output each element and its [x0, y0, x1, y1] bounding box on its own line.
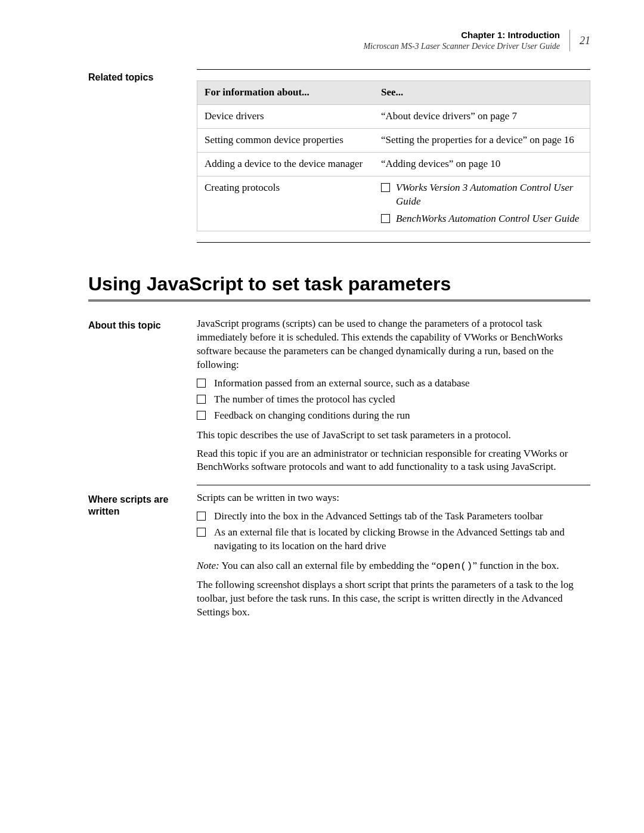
note-text-pre: You can also call an external file by em…	[219, 560, 436, 571]
section-where-written: Where scripts are written Scripts can be…	[88, 491, 590, 624]
section-related-topics: Related topics For information about... …	[88, 69, 590, 243]
running-header: Chapter 1: Introduction Microscan MS-3 L…	[88, 30, 590, 51]
paragraph: This topic describes the use of JavaScri…	[197, 429, 590, 442]
table-cell-about: Setting common device properties	[197, 129, 374, 153]
table-row: Creating protocols VWorks Version 3 Auto…	[197, 176, 590, 231]
paragraph: Read this topic if you are an administra…	[197, 447, 590, 475]
checkbox-icon	[381, 183, 390, 192]
list-item: The number of times the protocol has cyc…	[197, 393, 590, 407]
side-heading-about-topic: About this topic	[88, 320, 191, 332]
checkbox-icon	[197, 411, 206, 420]
note-label: Note:	[197, 560, 219, 571]
guide-title: BenchWorks Automation Control User Guide	[396, 212, 579, 226]
table-cell-see: VWorks Version 3 Automation Control User…	[374, 176, 590, 231]
section-rule	[197, 485, 590, 485]
rule-top	[197, 69, 590, 70]
section-about-topic: About this topic JavaScript programs (sc…	[88, 317, 590, 491]
bullet-text: Directly into the box in the Advanced Se…	[214, 510, 543, 524]
doc-title: Microscan MS-3 Laser Scanner Device Driv…	[363, 41, 560, 52]
running-header-text: Chapter 1: Introduction Microscan MS-3 L…	[363, 30, 570, 51]
guide-title: VWorks Version 3 Automation Control User…	[396, 181, 583, 209]
list-item: As an external file that is located by c…	[197, 526, 590, 553]
paragraph: Scripts can be written in two ways:	[197, 491, 590, 505]
bullet-text: The number of times the protocol has cyc…	[214, 393, 395, 407]
table-cell-see: “About device drivers” on page 7	[374, 105, 590, 129]
table-row: Adding a device to the device manager “A…	[197, 153, 590, 176]
table-row: Device drivers “About device drivers” on…	[197, 105, 590, 129]
rule-bottom	[197, 242, 590, 243]
bullet-text: Feedback on changing conditions during t…	[214, 409, 410, 423]
page-number: 21	[570, 33, 590, 48]
checkbox-icon	[197, 379, 206, 388]
note-text-post: ” function in the box.	[473, 560, 559, 571]
chapter-label: Chapter 1: Introduction	[363, 30, 560, 41]
table-header-about: For information about...	[197, 81, 374, 105]
table-cell-about: Creating protocols	[197, 176, 374, 231]
bullet-text: As an external file that is located by c…	[214, 526, 590, 553]
paragraph: The following screenshot displays a shor…	[197, 578, 590, 620]
checkbox-icon	[197, 528, 206, 537]
page: Chapter 1: Introduction Microscan MS-3 L…	[0, 0, 644, 833]
table-cell-about: Device drivers	[197, 105, 374, 129]
table-cell-see: “Setting the properties for a device” on…	[374, 129, 590, 153]
section-heading: Using JavaScript to set task parameters	[88, 271, 590, 297]
checkbox-icon	[197, 512, 206, 521]
table-cell-about: Adding a device to the device manager	[197, 153, 374, 176]
list-item: Information passed from an external sour…	[197, 377, 590, 391]
list-item: VWorks Version 3 Automation Control User…	[381, 181, 583, 209]
inline-code: open()	[436, 561, 472, 572]
related-topics-table: For information about... See... Device d…	[197, 80, 590, 231]
table-row: Setting common device properties “Settin…	[197, 129, 590, 153]
checkbox-icon	[381, 214, 390, 223]
list-item: Directly into the box in the Advanced Se…	[197, 510, 590, 524]
list-item: Feedback on changing conditions during t…	[197, 409, 590, 423]
side-heading-related-topics: Related topics	[88, 72, 191, 83]
side-heading-where-written: Where scripts are written	[88, 494, 191, 518]
bullet-text: Information passed from an external sour…	[214, 377, 470, 391]
list-item: BenchWorks Automation Control User Guide	[381, 212, 583, 226]
heading-rule	[88, 299, 590, 302]
checkbox-icon	[197, 395, 206, 404]
table-cell-see: “Adding devices” on page 10	[374, 153, 590, 176]
note-paragraph: Note: You can also call an external file…	[197, 559, 590, 574]
table-header-see: See...	[374, 81, 590, 105]
paragraph: JavaScript programs (scripts) can be use…	[197, 317, 590, 372]
